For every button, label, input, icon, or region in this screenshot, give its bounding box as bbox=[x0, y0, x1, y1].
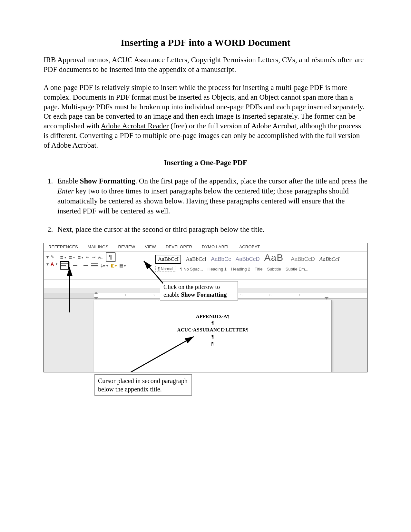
pilcrow-icon bbox=[246, 327, 248, 332]
callout-pilcrow: Click on the pilcrow to enable Show Form… bbox=[160, 281, 238, 300]
step-2: Next, place the cursor at the second or … bbox=[55, 224, 367, 234]
sort-icon[interactable]: A↓ bbox=[98, 255, 103, 260]
pilcrow-icon bbox=[94, 320, 331, 327]
style-title-label[interactable]: Title bbox=[255, 267, 262, 271]
clipboard-font-mini: ▾ ▾A▾ bbox=[46, 253, 57, 268]
style-heading1-label[interactable]: Heading 1 bbox=[208, 267, 227, 271]
pilcrow-icon bbox=[227, 314, 230, 319]
document-page[interactable]: APPENDIX·A ACUC·ASSURANCE·LETTER bbox=[94, 300, 332, 372]
tab-review[interactable]: REVIEW bbox=[118, 244, 135, 249]
tab-dymo-label[interactable]: DYMO Label bbox=[202, 244, 230, 249]
bullets-icon[interactable]: ≣ bbox=[60, 255, 66, 260]
style-heading2-label[interactable]: Heading 2 bbox=[231, 267, 250, 271]
tab-developer[interactable]: DEVELOPER bbox=[166, 244, 192, 249]
borders-icon[interactable]: ▦ bbox=[119, 263, 126, 268]
tab-mailings[interactable]: MAILINGS bbox=[88, 244, 109, 249]
decrease-indent-icon[interactable]: ⇤ bbox=[86, 255, 89, 260]
pilcrow-icon bbox=[94, 333, 331, 340]
style-subtleem-preview[interactable]: AaBbCcI bbox=[319, 256, 339, 262]
format-painter-icon[interactable] bbox=[51, 254, 54, 260]
style-subtitle-preview[interactable]: AaBbCcD bbox=[288, 256, 315, 262]
style-subtleem-label[interactable]: Subtle Em... bbox=[286, 267, 308, 271]
adobe-reader-link[interactable]: Adobe Acrobat Reader bbox=[101, 122, 169, 130]
style-heading1-preview[interactable]: AaBbCc bbox=[211, 256, 231, 262]
tab-view[interactable]: VIEW bbox=[145, 244, 156, 249]
intro-paragraph-1: IRB Approval memos, ACUC Assurance Lette… bbox=[44, 55, 367, 74]
step-1: Enable Show Formatting. On the first pag… bbox=[55, 176, 367, 216]
multilevel-icon[interactable]: ≣ bbox=[77, 255, 83, 260]
style-normal-label[interactable]: Normal bbox=[155, 266, 175, 272]
style-nospacing-preview[interactable]: AaBbCcI bbox=[186, 256, 206, 262]
style-normal-preview[interactable]: AaBbCcI bbox=[155, 255, 181, 264]
section-heading: Inserting a One-Page PDF bbox=[44, 159, 367, 167]
style-heading2-preview[interactable]: AaBbCcD bbox=[236, 256, 260, 262]
numbering-icon[interactable]: ≣ bbox=[69, 255, 75, 260]
tab-references[interactable]: REFERENCES bbox=[48, 244, 78, 249]
ribbon-tabs: REFERENCES MAILINGS REVIEW VIEW DEVELOPE… bbox=[44, 243, 367, 251]
pilcrow-button[interactable]: ¶ bbox=[106, 252, 115, 261]
paragraph-group: ≣ ≣ ≣ ⇤ ⇥ A↓ ¶ ‡≡ ◧ ▦ bbox=[60, 253, 150, 271]
align-left-button[interactable] bbox=[60, 261, 69, 270]
style-nospacing-label[interactable]: ¶ No Spac... bbox=[180, 267, 203, 271]
line-spacing-icon[interactable]: ‡≡ bbox=[101, 263, 108, 268]
callout-cursor: Cursor placed in second paragraph below … bbox=[94, 374, 192, 396]
page-title: Inserting a PDF into a WORD Document bbox=[44, 37, 367, 48]
steps-list: Enable Show Formatting. On the first pag… bbox=[44, 176, 367, 234]
step1-italic: Enter bbox=[57, 187, 74, 195]
styles-gallery: AaBbCcI AaBbCcI AaBbCc AaBbCcD AaB AaBbC… bbox=[153, 252, 366, 278]
document-area: 1 2 3 4 5 6 7 APPENDIX·A ACUC·ASSURANCE·… bbox=[44, 288, 367, 372]
align-right-button[interactable] bbox=[81, 262, 88, 269]
style-title-preview[interactable]: AaB bbox=[264, 252, 283, 263]
word-screenshot: REFERENCES MAILINGS REVIEW VIEW DEVELOPE… bbox=[44, 243, 367, 372]
shading-icon[interactable]: ◧ bbox=[111, 263, 117, 268]
appendix-heading: APPENDIX·A bbox=[196, 314, 227, 319]
ribbon-body: ▾ ▾A▾ ≣ ≣ ≣ ⇤ ⇥ A↓ ¶ bbox=[44, 251, 367, 280]
text-cursor-icon bbox=[211, 342, 211, 346]
align-justify-button[interactable] bbox=[91, 262, 98, 269]
font-color-icon[interactable]: A bbox=[51, 261, 54, 267]
intro-paragraph-2: A one-page PDF is relatively simple to i… bbox=[44, 83, 367, 150]
style-subtitle-label[interactable]: Subtitle bbox=[267, 267, 281, 271]
pilcrow-icon bbox=[212, 341, 214, 346]
step1-bold: Show Formatting bbox=[80, 177, 135, 185]
increase-indent-icon[interactable]: ⇥ bbox=[92, 255, 95, 260]
appendix-subheading: ACUC·ASSURANCE·LETTER bbox=[177, 327, 246, 332]
tab-acrobat[interactable]: ACROBAT bbox=[239, 244, 260, 249]
align-center-button[interactable] bbox=[72, 262, 79, 269]
